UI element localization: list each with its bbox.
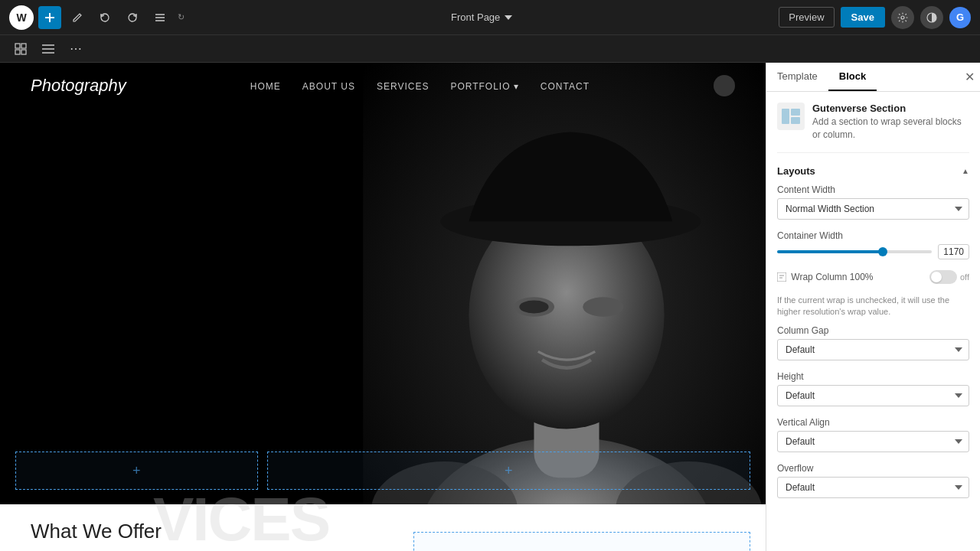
layouts-section-title: Layouts (777, 165, 815, 177)
svg-rect-25 (791, 109, 800, 116)
wp-logo[interactable]: W (9, 5, 34, 30)
block-desc-text: Add a section to wrap several blocks or … (812, 116, 969, 142)
vertical-align-label: Vertical Align (777, 417, 969, 428)
column-selection-row: + + (15, 452, 750, 490)
list-view-button[interactable] (149, 6, 172, 29)
wrap-column-desc: If the current wrap is unchecked, it wil… (777, 295, 969, 318)
redo-tooltip: ↻ (178, 12, 185, 22)
canvas-area[interactable]: Photography HOME ABOUT US SERVICES PORTF… (0, 63, 766, 551)
tab-template[interactable]: Template (766, 63, 828, 91)
svg-rect-7 (15, 44, 20, 48)
vertical-align-select[interactable]: Default Top Middle Bottom (777, 431, 969, 452)
offer-section: What We Offer VICES (0, 504, 766, 551)
column-gap-select[interactable]: Default None Small Medium Large (777, 339, 969, 360)
stack-view-button[interactable] (37, 37, 60, 60)
svg-rect-10 (21, 50, 26, 54)
wrap-column-row: Wrap Column 100% off (777, 270, 969, 284)
column-2-box[interactable]: + (267, 452, 750, 490)
main-layout: Photography HOME ABOUT US SERVICES PORTF… (0, 63, 980, 551)
svg-rect-24 (782, 109, 789, 124)
svg-rect-27 (777, 272, 786, 282)
more-options-button[interactable]: ⋯ (64, 37, 87, 60)
vertical-align-field: Vertical Align Default Top Middle Bottom (777, 417, 969, 452)
layouts-section-header: Layouts ▲ (777, 165, 969, 177)
toggle-track[interactable] (929, 270, 957, 284)
container-width-label: Container Width (777, 230, 969, 241)
overflow-select[interactable]: Default Hidden Visible Auto (777, 477, 969, 498)
offer-selection-box[interactable] (413, 532, 750, 551)
overflow-field: Overflow Default Hidden Visible Auto (777, 463, 969, 498)
height-select[interactable]: Default Window Height Custom (777, 385, 969, 406)
search-icon (714, 75, 735, 96)
svg-point-5 (901, 16, 904, 19)
toolbar-center: Front Page (445, 8, 518, 26)
add-block-plus-2[interactable]: + (505, 463, 513, 479)
height-label: Height (777, 371, 969, 382)
toolbar-right: Preview Save G (779, 6, 971, 29)
grid-view-button[interactable] (9, 37, 32, 60)
redo-button[interactable] (121, 6, 144, 29)
content-width-label: Content Width (777, 184, 969, 195)
column-1-box[interactable]: + (15, 452, 258, 490)
panel-tabs: Template Block ✕ (766, 63, 980, 92)
edit-button[interactable] (66, 6, 89, 29)
nav-item-home[interactable]: HOME (250, 79, 281, 93)
site-menu: HOME ABOUT US SERVICES PORTFOLIO ▾ CONTA… (250, 79, 590, 93)
toggle-knob (931, 272, 942, 282)
overflow-label: Overflow (777, 463, 969, 474)
preview-button[interactable]: Preview (779, 7, 834, 28)
content-width-field: Content Width Normal Width Section Full … (777, 184, 969, 220)
svg-point-21 (583, 297, 623, 317)
top-toolbar: W ↻ Front Page Preview Save (0, 0, 980, 35)
svg-rect-26 (791, 117, 800, 124)
wrap-column-toggle[interactable]: off (929, 270, 969, 284)
container-width-slider[interactable] (777, 250, 932, 253)
toggle-off-label: off (960, 272, 969, 282)
slider-thumb[interactable] (878, 247, 887, 256)
contrast-button[interactable] (920, 6, 943, 29)
container-width-row: 1170 (777, 244, 969, 259)
site-navigation: Photography HOME ABOUT US SERVICES PORTF… (0, 63, 766, 109)
wrap-column-label: Wrap Column 100% (777, 272, 874, 282)
block-text: Gutenverse Section Add a section to wrap… (812, 103, 969, 142)
panel-content: Gutenverse Section Add a section to wrap… (766, 92, 980, 551)
column-gap-field: Column Gap Default None Small Medium Lar… (777, 325, 969, 360)
block-title-text: Gutenverse Section (812, 103, 969, 114)
block-icon (777, 103, 805, 130)
undo-button[interactable] (93, 6, 116, 29)
layouts-collapse-chevron[interactable]: ▲ (962, 167, 969, 175)
site-preview: Photography HOME ABOUT US SERVICES PORTF… (0, 63, 766, 551)
settings-button[interactable] (891, 6, 914, 29)
nav-item-contact[interactable]: CONTACT (541, 79, 590, 93)
page-selector-label: Front Page (451, 11, 500, 23)
nav-item-services[interactable]: SERVICES (377, 79, 429, 93)
svg-rect-9 (15, 50, 20, 54)
right-panel: Template Block ✕ Gutenverse Section Add … (766, 63, 980, 551)
column-gap-label: Column Gap (777, 325, 969, 336)
nav-item-about[interactable]: ABOUT US (302, 79, 355, 93)
toolbar-left: W ↻ (9, 5, 185, 30)
container-width-value[interactable]: 1170 (938, 244, 969, 259)
google-account-button[interactable]: G (949, 7, 971, 28)
add-block-button[interactable] (38, 6, 61, 29)
tab-block[interactable]: Block (828, 63, 877, 91)
content-width-select[interactable]: Normal Width Section Full Width Section … (777, 198, 969, 220)
site-logo: Photography (31, 76, 126, 96)
block-info: Gutenverse Section Add a section to wrap… (777, 103, 969, 153)
second-toolbar: ⋯ (0, 35, 980, 63)
page-selector[interactable]: Front Page (445, 8, 518, 26)
svg-point-20 (519, 300, 548, 313)
panel-close-button[interactable]: ✕ (959, 67, 980, 88)
height-field: Height Default Window Height Custom (777, 371, 969, 406)
add-block-plus-1[interactable]: + (132, 463, 141, 479)
nav-item-portfolio[interactable]: PORTFOLIO ▾ (450, 79, 518, 93)
save-button[interactable]: Save (841, 7, 885, 28)
svg-rect-8 (21, 44, 26, 48)
